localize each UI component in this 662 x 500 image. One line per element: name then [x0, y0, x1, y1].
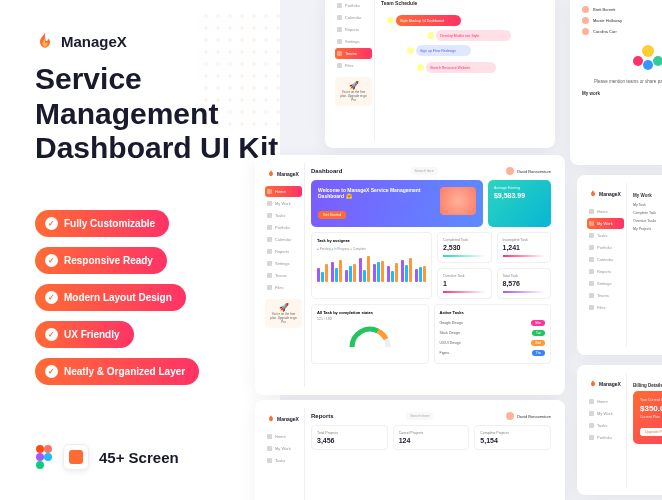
gantt-bar[interactable]: Style Mockup #4 Dashboard	[396, 15, 461, 26]
upgrade-promo[interactable]: You're on the free plan. Upgrade to go P…	[335, 77, 372, 106]
mockup-people: Brett Barnett Maisie Holloway Carolina C…	[570, 0, 662, 165]
feature-pill: ✓Fully Customizable	[35, 210, 169, 237]
sidebar-item-teams[interactable]: Teams	[335, 48, 372, 59]
gantt-chart: Style Mockup #4 Dashboard Develop Mobile…	[381, 10, 541, 85]
sidebar-item[interactable]: Teams	[265, 270, 302, 281]
sidebar-item[interactable]: Portfolio	[335, 0, 372, 11]
sidebar-item[interactable]: Files	[587, 302, 624, 313]
upgrade-promo[interactable]: You're on the free plan. Upgrade to go P…	[265, 299, 302, 328]
sidebar-item[interactable]: Files	[265, 282, 302, 293]
avatar-icon	[417, 64, 424, 71]
sidebar-item[interactable]: Portfolio	[587, 432, 624, 443]
plan-card: Your Current Plan $350.00 Current Plan U…	[633, 391, 662, 444]
mini-logo: ManageX	[587, 187, 624, 200]
svg-point-1	[44, 445, 52, 453]
check-icon: ✓	[45, 328, 58, 341]
mywork-item[interactable]: Complete Task	[633, 209, 662, 217]
sidebar-item[interactable]: Calendar	[587, 254, 624, 265]
hero-illustration	[440, 187, 476, 215]
active-task-row[interactable]: Google DesignMon	[440, 318, 546, 328]
brand-name: ManageX	[61, 33, 127, 50]
svg-point-8	[653, 56, 663, 66]
sidebar-item[interactable]: My Work	[587, 408, 624, 419]
user-menu[interactable]: David Bonaventure	[506, 412, 551, 420]
sidebar-item[interactable]: Calendar	[335, 12, 372, 23]
sidebar-item[interactable]: Home	[587, 396, 624, 407]
person-row[interactable]: Brett Barnett	[582, 4, 662, 15]
person-row[interactable]: Maisie Holloway	[582, 15, 662, 26]
mywork-item[interactable]: My Task	[633, 201, 662, 209]
earning-card: Average Earning $9,583.99	[488, 180, 551, 227]
gantt-bar[interactable]: Sign up Flow Redesign	[416, 45, 471, 56]
search-input[interactable]: Search here	[406, 412, 433, 420]
mywork-item[interactable]: My Projects	[633, 225, 662, 233]
avatar-icon	[506, 167, 514, 175]
sidebar-item[interactable]: Home	[265, 431, 302, 442]
svg-point-6	[642, 45, 654, 57]
page-title: Dashboard	[311, 168, 342, 174]
upgrade-button[interactable]: Upgrade Plan	[640, 428, 662, 436]
stat-complete-projects: Complete Projects5,154	[474, 425, 551, 450]
task-chart: Task by assignee ● Pending ● In Progress…	[311, 232, 432, 299]
active-task-row[interactable]: FigmaThu	[440, 348, 546, 358]
sidebar-item[interactable]: Portfolio	[587, 242, 624, 253]
sidebar-item-home[interactable]: Home	[265, 186, 302, 197]
sidebar-item[interactable]: Portfolio	[265, 222, 302, 233]
stat-total: Total Task8,576	[497, 268, 552, 299]
avatar-icon	[506, 412, 514, 420]
mockup-reports: ManageX Home My Work Tasks Reports Searc…	[255, 400, 565, 500]
sidebar-item-mywork[interactable]: My Work	[587, 218, 624, 229]
sidebar-item[interactable]: Reports	[587, 266, 624, 277]
active-task-row[interactable]: Slack DesignTue	[440, 328, 546, 338]
avatar-icon	[387, 17, 394, 24]
get-started-button[interactable]: Get Started	[318, 211, 346, 219]
mockup-mywork: ManageX Home My Work Tasks Portfolio Cal…	[577, 175, 662, 355]
sidebar-item[interactable]: Teams	[587, 290, 624, 301]
active-task-row[interactable]: UX/UI DesignWed	[440, 338, 546, 348]
sidebar-item[interactable]: Tasks	[265, 455, 302, 466]
search-input[interactable]: Search here	[411, 167, 438, 175]
gantt-bar[interactable]: Develop Mobile site Style	[436, 30, 511, 41]
sidebar-item[interactable]: Tasks	[587, 420, 624, 431]
svg-point-0	[36, 445, 44, 453]
user-menu[interactable]: David Bonaventure	[506, 167, 551, 175]
feature-pill: ✓UX Friendly	[35, 321, 134, 348]
sidebar-item[interactable]: Tasks	[265, 210, 302, 221]
mywork-item[interactable]: Overdue Tasks	[633, 217, 662, 225]
gauge-card: All Task by completion states 121 / 190	[311, 304, 429, 364]
svg-point-9	[643, 60, 653, 70]
sidebar-item[interactable]: Reports	[335, 24, 372, 35]
sidebar-item[interactable]: Settings	[587, 278, 624, 289]
stat-completed: Completed Task2,530	[437, 232, 492, 263]
stat-overdue: Overdue Task1	[437, 268, 492, 299]
people-illustration	[578, 43, 662, 75]
sidebar-item[interactable]: My Work	[265, 198, 302, 209]
sidebar-item[interactable]: Tasks	[587, 230, 624, 241]
svg-point-7	[633, 56, 643, 66]
person-row[interactable]: Carolina Carr	[582, 26, 662, 37]
sidebar-item[interactable]: Settings	[335, 36, 372, 47]
sidebar-item[interactable]: Reports	[265, 246, 302, 257]
screen-count: 45+ Screen	[99, 449, 179, 466]
footer-badges: 45+ Screen	[35, 444, 179, 470]
section-title: Billing Details	[633, 383, 662, 388]
sidebar-item[interactable]: Calendar	[265, 234, 302, 245]
feature-pill: ✓Responsive Ready	[35, 247, 167, 274]
mockup-billing: ManageX Home My Work Tasks Portfolio Bil…	[577, 365, 662, 495]
sidebar-item[interactable]: My Work	[265, 443, 302, 454]
sidebar-item[interactable]: Home	[587, 206, 624, 217]
check-icon: ✓	[45, 291, 58, 304]
slides-badge	[63, 444, 89, 470]
sidebar-item[interactable]: Files	[335, 60, 372, 71]
svg-point-2	[36, 453, 44, 461]
stat-total-projects: Total Projects3,456	[311, 425, 388, 450]
mockup-dashboard: ManageX Home My Work Tasks Portfolio Cal…	[255, 155, 565, 395]
sidebar-item[interactable]: Settings	[265, 258, 302, 269]
svg-point-3	[44, 453, 52, 461]
brand-logo: ManageX	[35, 30, 127, 52]
section-label: My work	[578, 91, 662, 96]
avatar-icon	[407, 47, 414, 54]
avatar-icon	[427, 32, 434, 39]
people-hint: Please mention teams or share pages, not…	[578, 79, 662, 85]
gantt-bar[interactable]: Sketch Resource Website	[426, 62, 496, 73]
